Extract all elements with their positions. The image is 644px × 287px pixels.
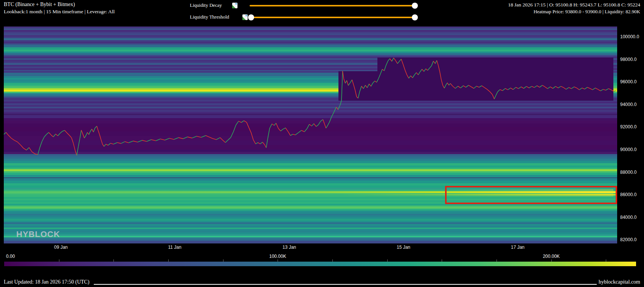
price-tick-label: 98000.0 (620, 57, 636, 62)
hyblock-watermark: HYBLOCK (16, 229, 60, 239)
colorbar-tick (113, 259, 114, 262)
ohlc-readout: 18 Jan 2026 17:15 | O: 95100.8 H: 95243.… (508, 2, 640, 8)
price-tick-label: 96000.0 (620, 79, 636, 84)
header-right: 18 Jan 2026 17:15 | O: 95100.8 H: 95243.… (508, 2, 640, 15)
date-tick-label: 11 Jan (168, 245, 181, 250)
last-updated-text: Last Updated: 18 Jan 2026 17:50 (UTC) (4, 279, 89, 285)
colorbar-tick (606, 259, 606, 262)
price-tick-label: 84000.0 (620, 215, 636, 220)
colorbar-tick (223, 259, 223, 262)
colorbar-tick (278, 259, 278, 262)
colorbar-tick (497, 259, 497, 262)
date-tick-label: 09 Jan (54, 245, 68, 250)
colorbar-label: 100.00K (269, 254, 286, 259)
colorbar-label: 200.00K (543, 254, 560, 259)
price-tick-label: 86000.0 (620, 192, 636, 197)
heatmap-chart[interactable]: HYBLOCK (4, 27, 617, 243)
colorbar-tick (387, 259, 388, 262)
slider-knob[interactable] (412, 14, 418, 20)
colorbar-tick (59, 259, 59, 262)
slider-knob[interactable] (412, 3, 418, 9)
slider-knob[interactable] (248, 14, 254, 20)
image-placeholder-icon[interactable] (242, 14, 248, 20)
colorbar-tick (442, 259, 442, 262)
site-link[interactable]: hyblockcapital.com (599, 279, 640, 285)
price-line (4, 27, 617, 243)
price-tick-label: 88000.0 (620, 170, 636, 175)
colorbar-gradient (4, 262, 636, 266)
date-tick-label: 17 Jan (511, 245, 525, 250)
price-tick-label: 92000.0 (620, 124, 636, 129)
liquidity-decay-track[interactable] (250, 5, 415, 6)
price-tick-label: 82000.0 (620, 237, 636, 242)
date-tick-label: 15 Jan (397, 245, 410, 250)
colorbar-tick (168, 259, 169, 262)
price-tick-label: 100000.0 (620, 34, 639, 39)
liquidity-threshold-label: Liquidity Threshold (190, 14, 229, 20)
colorbar-tick (332, 259, 333, 262)
footer-divider-line (94, 284, 597, 285)
liquidity-threshold-track[interactable] (251, 17, 415, 18)
price-tick-label: 90000.0 (620, 147, 636, 152)
price-tick-label: 94000.0 (620, 102, 636, 107)
colorbar-label: 0.00 (6, 254, 15, 259)
heatmap-price-readout: Heatmap Price: 93800.0 - 93900.0 | Liqui… (508, 8, 640, 15)
highlight-box (445, 186, 617, 204)
date-tick-label: 13 Jan (282, 245, 296, 250)
liquidation-heatmap-app: BTC (Binance + Bybit + Bitmex) Lookback:… (0, 0, 644, 287)
colorbar-tick (551, 259, 552, 262)
liquidity-decay-label: Liquidity Decay (190, 2, 222, 8)
image-placeholder-icon[interactable] (232, 3, 237, 8)
